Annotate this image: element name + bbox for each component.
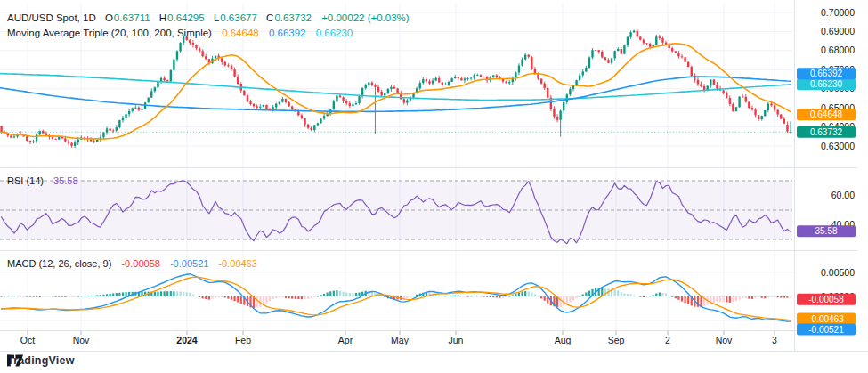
close-label: C — [266, 12, 273, 23]
macd-histogram — [1, 288, 792, 308]
low-label: L — [214, 12, 219, 23]
symbol-title: AUD/USD Spot, 1D — [7, 12, 96, 23]
macd-line-value: -0.00521 — [170, 258, 208, 269]
tradingview-logo[interactable]: TradingView — [7, 354, 75, 367]
macd-lines — [2, 274, 791, 321]
ma-title: Moving Average Triple (20, 100, 200, Sim… — [7, 28, 212, 38]
change-value: +0.00022 (+0.03%) — [321, 12, 409, 23]
panel-separators — [0, 0, 868, 352]
macd-hist-value: -0.00058 — [121, 258, 159, 269]
low-value: 0.63677 — [220, 12, 257, 23]
sma20-value: 0.64648 — [222, 28, 259, 38]
ma-legend[interactable]: Moving Average Triple (20, 100, 200, Sim… — [7, 27, 353, 39]
sma100-value: 0.66392 — [269, 28, 306, 38]
sma200-value: 0.66230 — [316, 28, 353, 38]
high-value: 0.64295 — [167, 12, 205, 23]
close-value: 0.63732 — [274, 12, 312, 23]
tradingview-chart-widget: 0.700000.690000.680000.670000.660000.650… — [0, 0, 868, 373]
chart-canvas[interactable]: 0.700000.690000.680000.670000.660000.650… — [0, 0, 868, 373]
macd-signal-value: -0.00463 — [218, 258, 256, 269]
tradingview-logo-icon — [7, 354, 23, 367]
time-axis[interactable] — [0, 330, 857, 351]
macd-title: MACD (12, 26, close, 9) — [7, 258, 111, 269]
rsi-title: RSI (14) — [7, 175, 44, 186]
open-value: 0.63711 — [114, 12, 150, 23]
rsi-value: 35.58 — [53, 175, 78, 186]
rsi-band — [0, 181, 792, 239]
price-axis[interactable] — [795, 0, 857, 330]
high-label: H — [159, 12, 166, 23]
rsi-legend[interactable]: RSI (14) 35.58 — [7, 174, 78, 187]
open-label: O — [105, 12, 113, 23]
macd-legend[interactable]: MACD (12, 26, close, 9) -0.00058 -0.0052… — [7, 257, 257, 270]
symbol-legend[interactable]: AUD/USD Spot, 1D O0.63711 H0.64295 L0.63… — [7, 12, 410, 24]
